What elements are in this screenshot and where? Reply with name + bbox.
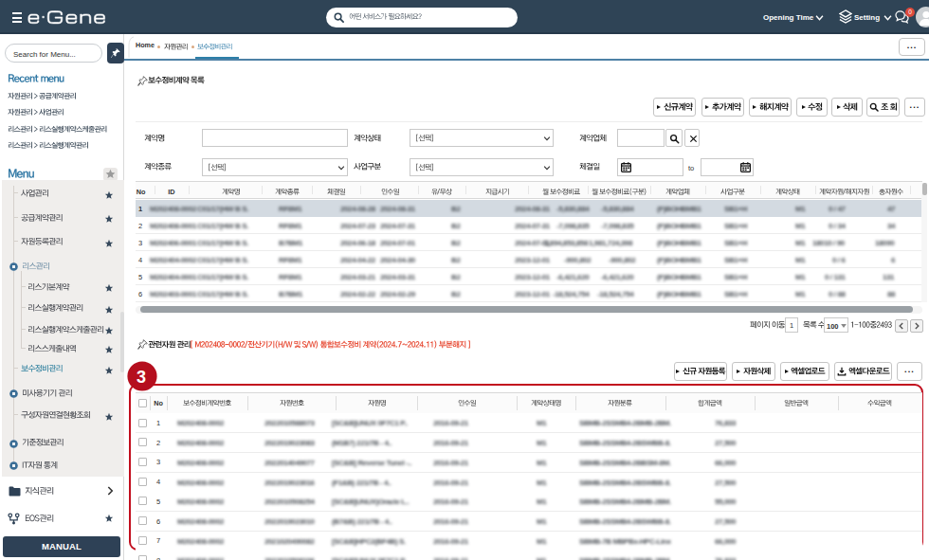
svg-text:3: 3 [137,368,146,387]
